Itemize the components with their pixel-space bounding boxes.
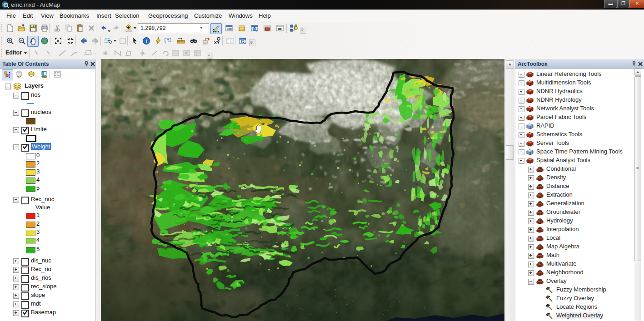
svg-text:?: ? bbox=[167, 38, 169, 42]
svg-text:XY: XY bbox=[214, 40, 220, 45]
